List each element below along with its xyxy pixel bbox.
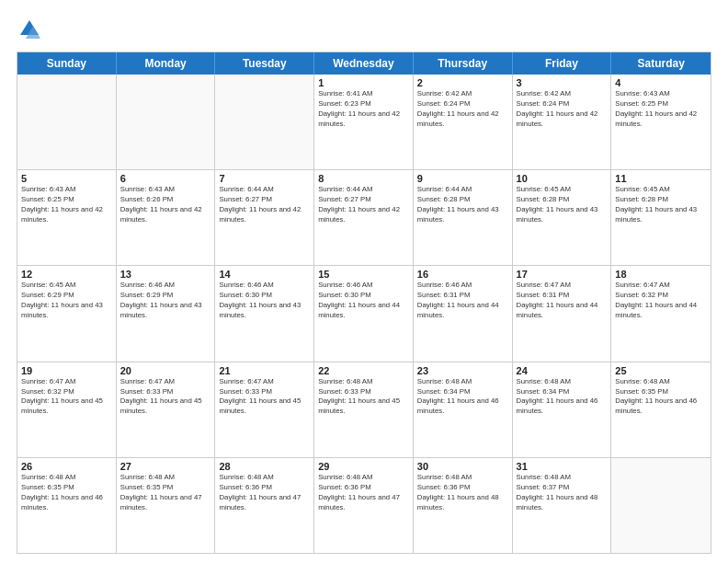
calendar-cell: 14Sunrise: 6:46 AMSunset: 6:30 PMDayligh…: [215, 266, 314, 361]
calendar-row-2: 5Sunrise: 6:43 AMSunset: 6:25 PMDaylight…: [17, 169, 711, 265]
calendar-cell: 25Sunrise: 6:48 AMSunset: 6:35 PMDayligh…: [611, 362, 711, 457]
day-number: 10: [517, 173, 608, 184]
day-number: 7: [219, 173, 310, 184]
day-info: Sunrise: 6:44 AMSunset: 6:27 PMDaylight:…: [318, 185, 409, 225]
calendar-cell: 21Sunrise: 6:47 AMSunset: 6:33 PMDayligh…: [215, 362, 314, 457]
calendar-cell: [611, 458, 711, 553]
day-number: 19: [21, 365, 112, 376]
calendar-cell: 12Sunrise: 6:45 AMSunset: 6:29 PMDayligh…: [17, 266, 117, 361]
day-info: Sunrise: 6:47 AMSunset: 6:32 PMDaylight:…: [615, 281, 707, 321]
calendar-cell: 22Sunrise: 6:48 AMSunset: 6:33 PMDayligh…: [314, 362, 414, 457]
day-number: 17: [517, 269, 608, 280]
day-number: 25: [615, 365, 707, 376]
day-number: 29: [318, 461, 409, 472]
header-day-tuesday: Tuesday: [215, 52, 314, 75]
logo-icon: [17, 17, 42, 42]
day-info: Sunrise: 6:48 AMSunset: 6:35 PMDaylight:…: [120, 473, 211, 513]
calendar-cell: 28Sunrise: 6:48 AMSunset: 6:36 PMDayligh…: [215, 458, 314, 553]
calendar-cell: 20Sunrise: 6:47 AMSunset: 6:33 PMDayligh…: [117, 362, 216, 457]
day-number: 9: [417, 173, 508, 184]
calendar-cell: 8Sunrise: 6:44 AMSunset: 6:27 PMDaylight…: [314, 170, 414, 265]
day-info: Sunrise: 6:47 AMSunset: 6:33 PMDaylight:…: [120, 377, 211, 418]
day-info: Sunrise: 6:46 AMSunset: 6:29 PMDaylight:…: [120, 281, 211, 321]
day-number: 28: [219, 461, 310, 472]
day-number: 18: [615, 269, 707, 280]
header-day-friday: Friday: [513, 52, 612, 75]
day-info: Sunrise: 6:48 AMSunset: 6:36 PMDaylight:…: [219, 473, 310, 513]
day-info: Sunrise: 6:42 AMSunset: 6:24 PMDaylight:…: [517, 89, 608, 130]
calendar-cell: 2Sunrise: 6:42 AMSunset: 6:24 PMDaylight…: [414, 75, 513, 169]
calendar-cell: 24Sunrise: 6:48 AMSunset: 6:34 PMDayligh…: [513, 362, 612, 457]
day-info: Sunrise: 6:43 AMSunset: 6:25 PMDaylight:…: [21, 185, 112, 225]
day-info: Sunrise: 6:48 AMSunset: 6:34 PMDaylight:…: [417, 377, 508, 418]
day-number: 13: [120, 269, 211, 280]
header: [17, 17, 711, 42]
day-number: 4: [615, 77, 707, 88]
header-day-saturday: Saturday: [611, 52, 711, 75]
day-number: 15: [318, 269, 409, 280]
day-number: 26: [21, 461, 112, 472]
day-info: Sunrise: 6:43 AMSunset: 6:25 PMDaylight:…: [615, 89, 707, 130]
calendar-cell: 27Sunrise: 6:48 AMSunset: 6:35 PMDayligh…: [117, 458, 216, 553]
day-info: Sunrise: 6:46 AMSunset: 6:30 PMDaylight:…: [219, 281, 310, 321]
logo: [17, 17, 46, 42]
calendar-row-4: 19Sunrise: 6:47 AMSunset: 6:32 PMDayligh…: [17, 362, 711, 457]
calendar-cell: 31Sunrise: 6:48 AMSunset: 6:37 PMDayligh…: [513, 458, 612, 553]
day-number: 20: [120, 365, 211, 376]
calendar-cell: 19Sunrise: 6:47 AMSunset: 6:32 PMDayligh…: [17, 362, 117, 457]
day-number: 1: [318, 77, 409, 88]
calendar-cell: 4Sunrise: 6:43 AMSunset: 6:25 PMDaylight…: [611, 75, 711, 169]
calendar-cell: 15Sunrise: 6:46 AMSunset: 6:30 PMDayligh…: [314, 266, 414, 361]
calendar-cell: 11Sunrise: 6:45 AMSunset: 6:28 PMDayligh…: [611, 170, 711, 265]
calendar-body: 1Sunrise: 6:41 AMSunset: 6:23 PMDaylight…: [17, 75, 711, 553]
day-number: 8: [318, 173, 409, 184]
calendar-cell: 6Sunrise: 6:43 AMSunset: 6:26 PMDaylight…: [117, 170, 216, 265]
day-info: Sunrise: 6:46 AMSunset: 6:30 PMDaylight:…: [318, 281, 409, 321]
calendar-row-3: 12Sunrise: 6:45 AMSunset: 6:29 PMDayligh…: [17, 265, 711, 361]
day-info: Sunrise: 6:48 AMSunset: 6:35 PMDaylight:…: [615, 377, 707, 418]
day-number: 6: [120, 173, 211, 184]
day-number: 3: [517, 77, 608, 88]
day-number: 21: [219, 365, 310, 376]
calendar-row-1: 1Sunrise: 6:41 AMSunset: 6:23 PMDaylight…: [17, 75, 711, 169]
day-info: Sunrise: 6:44 AMSunset: 6:27 PMDaylight:…: [219, 185, 310, 225]
day-number: 30: [417, 461, 508, 472]
day-number: 14: [219, 269, 310, 280]
calendar-cell: [215, 75, 314, 169]
calendar-cell: 5Sunrise: 6:43 AMSunset: 6:25 PMDaylight…: [17, 170, 117, 265]
day-info: Sunrise: 6:41 AMSunset: 6:23 PMDaylight:…: [318, 89, 409, 130]
day-number: 12: [21, 269, 112, 280]
calendar-cell: 23Sunrise: 6:48 AMSunset: 6:34 PMDayligh…: [414, 362, 513, 457]
calendar-cell: 1Sunrise: 6:41 AMSunset: 6:23 PMDaylight…: [314, 75, 414, 169]
calendar-cell: 17Sunrise: 6:47 AMSunset: 6:31 PMDayligh…: [513, 266, 612, 361]
day-number: 2: [417, 77, 508, 88]
day-info: Sunrise: 6:42 AMSunset: 6:24 PMDaylight:…: [417, 89, 508, 130]
day-info: Sunrise: 6:43 AMSunset: 6:26 PMDaylight:…: [120, 185, 211, 225]
day-number: 27: [120, 461, 211, 472]
day-info: Sunrise: 6:47 AMSunset: 6:33 PMDaylight:…: [219, 377, 310, 418]
day-info: Sunrise: 6:48 AMSunset: 6:36 PMDaylight:…: [318, 473, 409, 513]
day-info: Sunrise: 6:46 AMSunset: 6:31 PMDaylight:…: [417, 281, 508, 321]
calendar-cell: 29Sunrise: 6:48 AMSunset: 6:36 PMDayligh…: [314, 458, 414, 553]
day-info: Sunrise: 6:44 AMSunset: 6:28 PMDaylight:…: [417, 185, 508, 225]
calendar-cell: 3Sunrise: 6:42 AMSunset: 6:24 PMDaylight…: [513, 75, 612, 169]
calendar-cell: 7Sunrise: 6:44 AMSunset: 6:27 PMDaylight…: [215, 170, 314, 265]
header-day-thursday: Thursday: [414, 52, 513, 75]
day-info: Sunrise: 6:48 AMSunset: 6:36 PMDaylight:…: [417, 473, 508, 513]
header-day-sunday: Sunday: [17, 52, 117, 75]
page: SundayMondayTuesdayWednesdayThursdayFrid…: [0, 0, 728, 563]
day-info: Sunrise: 6:45 AMSunset: 6:28 PMDaylight:…: [615, 185, 707, 225]
calendar: SundayMondayTuesdayWednesdayThursdayFrid…: [17, 52, 711, 554]
day-info: Sunrise: 6:47 AMSunset: 6:31 PMDaylight:…: [517, 281, 608, 321]
calendar-cell: 9Sunrise: 6:44 AMSunset: 6:28 PMDaylight…: [414, 170, 513, 265]
day-number: 16: [417, 269, 508, 280]
day-number: 31: [517, 461, 608, 472]
calendar-cell: 16Sunrise: 6:46 AMSunset: 6:31 PMDayligh…: [414, 266, 513, 361]
calendar-cell: 13Sunrise: 6:46 AMSunset: 6:29 PMDayligh…: [117, 266, 216, 361]
day-number: 22: [318, 365, 409, 376]
day-info: Sunrise: 6:47 AMSunset: 6:32 PMDaylight:…: [21, 377, 112, 418]
day-info: Sunrise: 6:45 AMSunset: 6:28 PMDaylight:…: [517, 185, 608, 225]
calendar-cell: 10Sunrise: 6:45 AMSunset: 6:28 PMDayligh…: [513, 170, 612, 265]
calendar-cell: 18Sunrise: 6:47 AMSunset: 6:32 PMDayligh…: [611, 266, 711, 361]
header-day-wednesday: Wednesday: [314, 52, 414, 75]
